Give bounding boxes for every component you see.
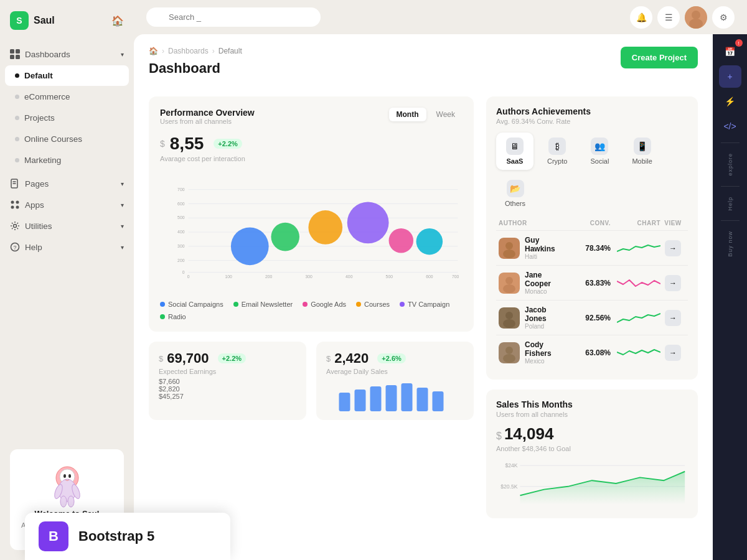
brand-area: S Saul 🏠 [0, 0, 134, 41]
dot-icon [15, 95, 19, 99]
toggle-month-button[interactable]: Month [389, 108, 426, 121]
svg-point-22 [68, 496, 74, 507]
dot-icon [15, 137, 19, 141]
toggle-week-button[interactable]: Week [429, 108, 463, 121]
right-column: Authors Achievements Avg. 69.34% Conv. R… [486, 96, 698, 518]
pages-chevron: ▾ [121, 180, 124, 187]
view-button-cody[interactable]: → [665, 345, 681, 361]
legend-google-ads: Google Ads [303, 301, 346, 308]
nav-item-dashboards[interactable]: Dashboards ▾ [0, 44, 134, 65]
lightning-button[interactable]: ⚡ [719, 90, 741, 113]
sales-badge: +2.6% [377, 353, 406, 363]
conv-cody: 63.08% [567, 348, 611, 357]
earnings-breakdown: $7,660 $2,820 $45,257 [159, 378, 296, 400]
svg-point-10 [16, 206, 19, 209]
svg-point-68 [503, 284, 515, 293]
bootstrap-text: Bootstrap 5 [78, 528, 154, 544]
tab-others[interactable]: 📂 Others [496, 175, 534, 212]
legend-label-social: Social Campaigns [168, 301, 223, 308]
sidebar-item-ecommerce[interactable]: eCommerce [5, 86, 129, 107]
y-label-24k: $24K [505, 462, 517, 469]
author-location-cody: Mexico [525, 358, 567, 365]
sidebar-item-default[interactable]: Default [5, 65, 129, 86]
author-info-jane: Jane Cooper Monaco [525, 271, 567, 295]
legend-label-courses: Courses [364, 301, 390, 308]
table-row: Guy Hawkins Haiti 78.34% → [496, 230, 688, 265]
nav-item-pages[interactable]: Pages ▾ [0, 173, 134, 194]
search-input[interactable] [146, 7, 321, 27]
perf-title: Performance Overview [160, 108, 255, 118]
view-button-guy[interactable]: → [665, 240, 681, 256]
svg-point-7 [11, 201, 14, 204]
sidebar-item-marketing[interactable]: Marketing [5, 150, 129, 170]
buy-label: Buy now [727, 226, 733, 262]
earnings-num-1: $7,660 [159, 378, 296, 385]
sidebar-item-projects[interactable]: Projects [5, 108, 129, 128]
svg-rect-2 [10, 55, 14, 59]
tab-social[interactable]: 👥 Social [581, 133, 618, 170]
tab-mobile[interactable]: 📱 Mobile [623, 133, 660, 170]
table-row: Cody Fishers Mexico 63.08% → [496, 335, 688, 370]
earnings-num-2: $2,820 [159, 385, 296, 393]
svg-text:0: 0 [187, 274, 190, 279]
nav-item-apps[interactable]: Apps ▾ [0, 194, 134, 215]
breadcrumb-dashboards[interactable]: Dashboards [168, 47, 209, 55]
svg-point-70 [505, 312, 513, 319]
tab-crypto[interactable]: ₿ Crypto [538, 133, 576, 170]
ecommerce-label: eCommerce [24, 92, 70, 101]
view-button-jacob[interactable]: → [665, 310, 681, 326]
sales-dollar: $ [326, 354, 331, 363]
breadcrumb-sep-2: › [212, 47, 215, 55]
pages-icon [10, 179, 20, 189]
help-chevron: ▾ [121, 244, 124, 251]
svg-point-65 [503, 250, 515, 258]
settings-button[interactable]: ⚙ [712, 6, 735, 29]
view-button-jane[interactable]: → [665, 275, 681, 291]
sidebar: S Saul 🏠 Dashboards ▾ Default eCommerce … [0, 0, 134, 560]
brand-name: Saul [34, 15, 55, 26]
topbar: 🔍 🔔 ☰ ⚙ [134, 0, 747, 34]
svg-point-21 [60, 496, 67, 507]
nav-item-help[interactable]: ? Help ▾ [0, 236, 134, 258]
svg-rect-61 [417, 388, 428, 411]
metric-value: 8,55 [170, 134, 204, 154]
nav-item-utilities[interactable]: Utilities ▾ [0, 215, 134, 236]
legend-label-radio: Radio [168, 313, 186, 320]
marketing-label: Marketing [24, 156, 61, 165]
menu-button[interactable]: ☰ [657, 6, 680, 29]
apps-label: Apps [25, 200, 44, 210]
svg-point-73 [505, 347, 513, 354]
author-location-guy: Haiti [525, 253, 567, 260]
sidebar-item-online-courses[interactable]: Online Courses [5, 129, 129, 149]
perf-header: Performance Overview Users from all chan… [160, 108, 463, 131]
dashboard-columns: Performance Overview Users from all chan… [149, 96, 698, 518]
avatar[interactable] [685, 6, 707, 29]
add-button[interactable]: + [719, 65, 741, 88]
nav-section: Dashboards ▾ Default eCommerce Projects … [0, 41, 134, 260]
svg-rect-59 [386, 385, 397, 411]
perf-sub: Users from all channels [160, 118, 255, 125]
svg-rect-57 [355, 390, 366, 411]
legend-label-email: Email Newsletter [242, 301, 293, 308]
projects-label: Projects [24, 113, 55, 123]
mobile-label: Mobile [632, 157, 652, 165]
tab-saas[interactable]: 🖥 SaaS [496, 133, 533, 170]
table-row: Jane Cooper Monaco 63.83% → [496, 265, 688, 300]
pages-label: Pages [25, 179, 49, 189]
code-button[interactable]: </> [719, 115, 741, 138]
legend-dot-email [233, 302, 238, 307]
legend-tv-campaign: TV Campaign [400, 301, 449, 308]
sales-dollar: $ [496, 431, 502, 442]
topbar-right: 🔔 ☰ ⚙ [630, 6, 735, 29]
sales-sub: Users from all channels [496, 411, 688, 418]
create-project-button[interactable]: Create Project [621, 47, 698, 68]
avatar-guy-hawkins [499, 238, 520, 259]
breadcrumb-current: Default [218, 47, 242, 55]
legend-dot-courses [356, 302, 361, 307]
utilities-chevron: ▾ [121, 223, 124, 230]
author-name-cody: Cody Fishers [525, 340, 567, 358]
svg-point-16 [63, 474, 66, 478]
header-author: AUTHOR [499, 220, 567, 226]
notifications-button[interactable]: 🔔 [630, 6, 652, 29]
author-location-jane: Monaco [525, 288, 567, 295]
